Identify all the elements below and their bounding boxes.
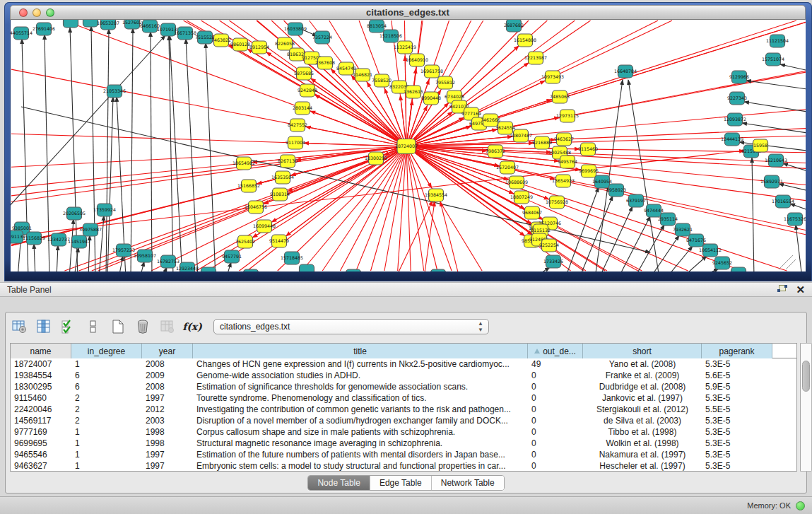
- table-row[interactable]: 1456911722003Disruption of a novel membe…: [11, 415, 796, 426]
- table-cell[interactable]: 5.3E-5: [702, 438, 772, 449]
- table-cell[interactable]: 1: [71, 460, 142, 472]
- table-cell[interactable]: Yano et al. (2008): [583, 358, 702, 370]
- table-cell[interactable]: Tibbo et al. (1998): [583, 426, 702, 438]
- network-edge[interactable]: [11, 35, 165, 216]
- network-edge[interactable]: [70, 28, 78, 271]
- table-cell[interactable]: 5.9E-5: [702, 381, 772, 392]
- network-node[interactable]: 7485063: [550, 90, 570, 103]
- network-node[interactable]: 9860128: [230, 38, 250, 51]
- network-edge[interactable]: [406, 146, 411, 271]
- table-cell[interactable]: 5.3E-5: [702, 460, 772, 472]
- network-node[interactable]: 8912954: [249, 41, 269, 54]
- network-edge[interactable]: [11, 146, 406, 202]
- network-node[interactable]: 8267130: [278, 155, 298, 168]
- column-header-in_degree[interactable]: in_degree: [71, 344, 142, 358]
- network-node[interactable]: [64, 20, 78, 28]
- table-cell[interactable]: 5.3E-5: [702, 358, 772, 370]
- network-edge[interactable]: [424, 201, 435, 271]
- column-header-pagerank[interactable]: pagerank: [702, 344, 772, 358]
- network-node[interactable]: 2803144: [293, 102, 312, 115]
- network-edge[interactable]: [119, 256, 123, 271]
- network-node[interactable]: 15718485: [281, 252, 303, 264]
- table-cell[interactable]: 1998: [142, 426, 193, 438]
- table-cell[interactable]: 0: [528, 415, 583, 426]
- network-node[interactable]: 18807249: [510, 191, 533, 204]
- table-cell[interactable]: Tourette syndrome. Phenomenology and cla…: [193, 392, 528, 404]
- network-node[interactable]: 1733426: [543, 255, 563, 268]
- table-cell[interactable]: 1997: [142, 449, 193, 460]
- network-edge[interactable]: [322, 146, 406, 271]
- function-builder-icon[interactable]: f(x): [183, 317, 201, 336]
- table-cell[interactable]: 2003: [142, 415, 193, 426]
- network-node[interactable]: 7558520: [372, 74, 392, 87]
- network-edge[interactable]: [107, 97, 113, 271]
- network-node[interactable]: 8958923: [606, 184, 626, 197]
- table-cell[interactable]: 2012: [142, 404, 193, 415]
- close-panel-icon[interactable]: ✕: [796, 285, 805, 294]
- network-node[interactable]: [731, 267, 746, 271]
- network-node[interactable]: 9699695: [579, 165, 599, 177]
- table-mode-icon[interactable]: [10, 317, 28, 336]
- tab-node-table[interactable]: Node Table: [308, 476, 370, 490]
- network-edge[interactable]: [744, 102, 806, 112]
- network-node[interactable]: [83, 20, 98, 27]
- column-header-year[interactable]: year: [142, 344, 193, 358]
- network-node[interactable]: 10653287: [97, 20, 119, 30]
- network-node[interactable]: 2935114: [658, 213, 678, 226]
- network-node[interactable]: 7463822: [211, 34, 231, 47]
- network-node[interactable]: 15892971: [760, 175, 783, 188]
- column-header-name[interactable]: name: [11, 344, 71, 358]
- network-edge[interactable]: [746, 81, 806, 90]
- network-node[interactable]: 19384554: [425, 189, 447, 201]
- network-node[interactable]: 10756928: [546, 196, 568, 209]
- network-node[interactable]: 6216889: [532, 136, 552, 149]
- network-edge[interactable]: [170, 35, 182, 271]
- network-node[interactable]: 1527602: [122, 20, 142, 29]
- network-node[interactable]: 18724007: [395, 139, 418, 154]
- table-cell[interactable]: 6: [71, 370, 142, 381]
- table-cell[interactable]: Embryonic stem cells: a model to study s…: [193, 460, 528, 472]
- network-node[interactable]: 20206505: [63, 207, 86, 220]
- table-cell[interactable]: 5.3E-5: [702, 449, 772, 460]
- network-node[interactable]: 9514479: [269, 235, 289, 247]
- network-edge[interactable]: [186, 39, 198, 271]
- table-row[interactable]: 911546021997Tourette syndrome. Phenomeno…: [11, 392, 796, 404]
- network-node[interactable]: 7955812: [435, 76, 455, 89]
- network-edge[interactable]: [384, 146, 406, 271]
- table-cell[interactable]: 22420046: [11, 404, 71, 415]
- network-edge[interactable]: [57, 245, 58, 271]
- network-node[interactable]: 16154808: [514, 34, 536, 47]
- table-cell[interactable]: 5.3E-5: [702, 426, 772, 438]
- table-cell[interactable]: Stergiakouli et al. (2012): [583, 404, 702, 415]
- network-node[interactable]: 17016554: [772, 195, 794, 208]
- table-cell[interactable]: Nakamura et al. (1997): [583, 449, 702, 460]
- network-node[interactable]: 12213987: [524, 52, 547, 64]
- table-cell[interactable]: 0: [528, 404, 583, 415]
- network-node[interactable]: 9242848: [298, 84, 317, 97]
- network-node[interactable]: [346, 269, 361, 271]
- network-node[interactable]: 7625402: [235, 235, 255, 248]
- float-panel-icon[interactable]: [777, 285, 787, 294]
- table-cell[interactable]: 1997: [142, 460, 193, 472]
- table-selector-dropdown[interactable]: citations_edges.txt ▲▼: [213, 319, 489, 334]
- network-canvas[interactable]: 4405571427691406106532871527602646616010…: [10, 20, 806, 271]
- table-cell[interactable]: Dudbridge et al. (2008): [583, 381, 702, 392]
- table-row[interactable]: 946362711997Embryonic stem cells: a mode…: [11, 460, 796, 472]
- network-node[interactable]: 16353504: [271, 171, 294, 184]
- network-edge[interactable]: [406, 146, 424, 271]
- network-node[interactable]: 21053346: [103, 85, 126, 98]
- network-edge[interactable]: [131, 28, 133, 271]
- network-node[interactable]: 2367608: [315, 57, 335, 69]
- table-row[interactable]: 946554611997Estimation of the future num…: [11, 449, 796, 460]
- network-node[interactable]: 9227343: [727, 92, 747, 105]
- table-cell[interactable]: Genome-wide association studies in ADHD.: [193, 370, 528, 381]
- network-edge[interactable]: [206, 43, 216, 271]
- network-node[interactable]: 13654923: [552, 175, 575, 187]
- network-node[interactable]: 44055714: [11, 27, 33, 40]
- delete-table-icon[interactable]: [134, 317, 152, 336]
- table-cell[interactable]: Estimation of the future numbers of pati…: [193, 449, 528, 460]
- network-edge[interactable]: [650, 235, 679, 271]
- column-header-short[interactable]: short: [583, 344, 702, 358]
- new-document-icon[interactable]: [109, 317, 127, 336]
- network-edge[interactable]: [666, 246, 693, 271]
